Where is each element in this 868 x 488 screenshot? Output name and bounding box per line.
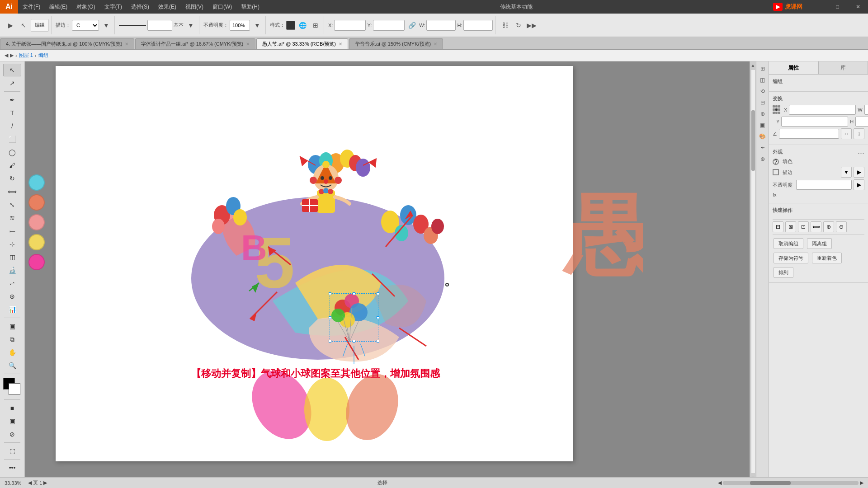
ri-gradient-icon[interactable]: ▣	[758, 120, 768, 130]
tool-more[interactable]: •••	[3, 461, 21, 474]
v-scroll-up[interactable]: ▲	[750, 61, 756, 69]
swatch-cyan[interactable]	[28, 174, 45, 191]
rt-y-input[interactable]: 2570.815	[781, 117, 848, 127]
properties-tab[interactable]: 属性	[769, 61, 819, 74]
align-center-icon[interactable]: ⊠	[785, 221, 796, 232]
stroke-color[interactable]	[9, 383, 20, 395]
rt-flip-h-icon[interactable]: ↔	[841, 128, 852, 139]
prev-page-icon[interactable]: ◀	[28, 480, 32, 486]
tool-gradient[interactable]: ◫	[3, 251, 21, 263]
appearance-expand-icon[interactable]: ···	[858, 149, 864, 158]
rt-angle-input[interactable]: 90.54	[779, 129, 839, 139]
opacity-options-icon[interactable]: ▼	[251, 19, 263, 31]
tool-gradient2[interactable]: ▣	[3, 415, 21, 427]
tool-line[interactable]: /	[3, 120, 21, 132]
tab-3[interactable]: 华音音乐.ai @ 150% (CMYK/预览) ✕	[349, 38, 443, 49]
menu-effect[interactable]: 效果(E)	[154, 0, 181, 14]
tool-screen-mode[interactable]: ⬚	[3, 445, 21, 457]
ri-transform-icon[interactable]: ⟲	[758, 86, 768, 96]
menu-object[interactable]: 对象(O)	[72, 0, 99, 14]
rt-x-input[interactable]: 1999.42	[789, 105, 856, 115]
stroke-more-icon[interactable]: ▶	[854, 167, 864, 178]
tool-eyedrop[interactable]: 🔬	[3, 264, 21, 277]
menu-edit[interactable]: 编辑(E)	[45, 0, 72, 14]
breadcrumb-group[interactable]: 编组	[38, 52, 48, 59]
y-input[interactable]: 2570.815	[373, 20, 405, 31]
tool-fill[interactable]: ■	[3, 402, 21, 414]
opacity-expand-icon[interactable]: ▶	[854, 179, 864, 190]
breadcrumb-layer[interactable]: 图层 1	[19, 52, 33, 59]
appearance-help-icon[interactable]: ?	[773, 159, 779, 165]
tab-0[interactable]: 4. 关于纸张——国产特纸鬼.ai @ 100% (CMYK/预览) ✕	[0, 38, 134, 49]
close-button[interactable]: ✕	[848, 0, 868, 14]
nav-back-icon[interactable]: ◀	[5, 52, 8, 58]
tool-none[interactable]: ⊘	[3, 428, 21, 441]
link-icon[interactable]: 🔗	[406, 19, 418, 31]
tool-chart[interactable]: 📊	[3, 303, 21, 316]
opacity-input[interactable]	[230, 20, 250, 31]
swatch-magenta[interactable]	[28, 254, 45, 270]
rt-flip-v-icon[interactable]: ↕	[854, 128, 864, 139]
ungroup-button[interactable]: 取消编组	[774, 238, 803, 249]
menu-window[interactable]: 窗口(W)	[208, 0, 236, 14]
align-right-icon[interactable]: ⊡	[798, 221, 809, 232]
tool-slice[interactable]: ⧉	[3, 333, 21, 346]
swatch-pink[interactable]	[28, 214, 45, 230]
tool-rect[interactable]: ⬜	[3, 133, 21, 145]
ri-brush-icon[interactable]: ✒	[758, 143, 768, 153]
globe-icon[interactable]: 🌐	[297, 19, 308, 31]
canvas-white[interactable]: 5 B	[56, 66, 573, 461]
align-left-icon[interactable]: ⊟	[773, 221, 783, 232]
tool-warp[interactable]: ≋	[3, 211, 21, 224]
tool-scale[interactable]: ⤡	[3, 198, 21, 211]
tool-type[interactable]: T	[3, 107, 21, 119]
x-input[interactable]: 1999.42	[334, 20, 366, 31]
menu-file[interactable]: 文件(F)	[18, 0, 45, 14]
ri-properties-icon[interactable]: ⊞	[758, 64, 768, 74]
stroke-selector[interactable]: C	[72, 20, 99, 31]
toolbar-select-icon[interactable]: ↖	[18, 19, 29, 31]
tab-2[interactable]: 愚人节.ai* @ 33.33% (RGB/预览) ✕	[256, 38, 348, 49]
isolate-button[interactable]: 隔离组	[807, 238, 832, 249]
h-input[interactable]: 126.797	[463, 20, 493, 31]
tool-rotate[interactable]: ↻	[3, 172, 21, 185]
tab-close-2[interactable]: ✕	[339, 42, 342, 47]
canvas-area[interactable]: 5 B	[25, 61, 756, 488]
library-tab[interactable]: 库	[819, 61, 868, 74]
color-selector[interactable]	[3, 378, 21, 396]
stroke-type-dropdown-icon[interactable]: ▼	[185, 19, 197, 31]
pathfinder-icon2[interactable]: ⊕	[823, 221, 834, 232]
stroke-dropdown-icon[interactable]: ▼	[841, 167, 852, 178]
tool-pen[interactable]: ✒	[3, 94, 21, 106]
tool-blend[interactable]: ⇌	[3, 277, 21, 290]
opacity-panel-input[interactable]: 100%	[796, 180, 852, 190]
ri-layers-icon[interactable]: ◫	[758, 75, 768, 85]
tool-mirror[interactable]: ⟺	[3, 185, 21, 198]
tool-hand[interactable]: ✋	[3, 346, 21, 359]
tool-width[interactable]: ⟝	[3, 225, 21, 237]
v-scrollbar[interactable]: ▲ ▼	[750, 61, 756, 482]
arrange-button[interactable]: 排列	[774, 267, 793, 278]
stroke-weight-input[interactable]	[147, 20, 172, 31]
constrain-icon[interactable]: ⛓	[500, 19, 511, 31]
menu-select[interactable]: 选择(S)	[127, 0, 154, 14]
tool-symbol[interactable]: ⊛	[3, 290, 21, 303]
menu-view[interactable]: 视图(V)	[181, 0, 208, 14]
stroke-options-icon[interactable]: ▼	[100, 19, 112, 31]
next-page-icon[interactable]: ▶	[43, 480, 47, 486]
tool-select[interactable]: ↖	[3, 64, 21, 76]
distribute-icon[interactable]: ⟺	[811, 221, 821, 232]
h-scroll-right-status[interactable]: ▶	[860, 480, 863, 486]
tool-direct-select[interactable]: ↗	[3, 77, 21, 89]
minimize-button[interactable]: ─	[807, 0, 827, 14]
recolor-button[interactable]: 重新着色	[812, 253, 842, 263]
tool-zoom[interactable]: 🔍	[3, 359, 21, 372]
tool-brush[interactable]: 🖌	[3, 159, 21, 172]
tool-freemesh[interactable]: ⊹	[3, 238, 21, 250]
h-scroll-left-status[interactable]: ◀	[718, 480, 722, 486]
toolbar-arrow-icon[interactable]: ▶	[5, 19, 16, 31]
menu-help[interactable]: 帮助(H)	[236, 0, 264, 14]
more-options-icon[interactable]: ▶▶	[526, 19, 538, 31]
ri-symbols-icon[interactable]: ⊛	[758, 154, 768, 164]
ri-pathfinder-icon[interactable]: ⊕	[758, 109, 768, 119]
